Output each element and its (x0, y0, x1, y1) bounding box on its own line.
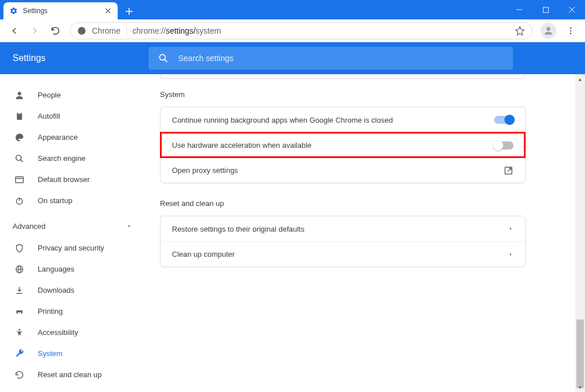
row-label: Open proxy settings (172, 166, 238, 175)
svg-rect-29 (18, 312, 21, 315)
omnibox-prefix: Chrome (92, 26, 121, 35)
sidebar-item-label: Languages (38, 265, 74, 273)
svg-point-12 (570, 33, 572, 34)
overflow-menu-button[interactable] (561, 21, 580, 41)
svg-rect-28 (18, 308, 21, 310)
bookmark-icon[interactable] (515, 26, 525, 36)
window-controls (506, 0, 585, 19)
sidebar-item-label: Search engine (38, 154, 86, 163)
new-tab-button[interactable] (121, 3, 137, 19)
svg-point-13 (159, 54, 165, 60)
clipboard-icon (14, 111, 25, 122)
browser-toolbar: Chrome chrome://settings/system (0, 19, 585, 42)
gear-icon (9, 6, 18, 15)
toggle-hardware-acceleration[interactable] (494, 142, 514, 149)
site-info-icon[interactable] (77, 26, 86, 35)
sidebar-item-label: Appearance (38, 133, 78, 142)
forward-button[interactable] (25, 21, 45, 41)
shield-icon (14, 243, 25, 254)
reload-button[interactable] (46, 21, 65, 41)
sidebar-item-label: People (38, 91, 61, 99)
svg-point-30 (19, 329, 21, 330)
sidebar-item-privacy[interactable]: Privacy and security (0, 237, 149, 258)
settings-header: Settings (0, 42, 585, 74)
sidebar-item-label: Reset and clean up (38, 370, 102, 379)
window-titlebar: Settings (0, 0, 585, 19)
sidebar-item-label: Default browser (38, 175, 90, 184)
svg-line-14 (165, 59, 167, 62)
advanced-label: Advanced (13, 222, 46, 231)
back-button[interactable] (5, 21, 24, 41)
palette-icon (14, 132, 25, 143)
row-clean-up[interactable]: Clean up computer (161, 241, 525, 266)
svg-line-19 (21, 159, 23, 161)
window-close-button[interactable] (559, 0, 585, 19)
svg-point-10 (570, 27, 572, 29)
page-title: Settings (0, 53, 149, 63)
sidebar-item-accessibility[interactable]: Accessibility (0, 322, 149, 343)
browser-tab[interactable]: Settings (3, 2, 118, 19)
sidebar-item-reset[interactable]: Reset and clean up (0, 364, 149, 385)
search-icon (158, 52, 169, 64)
svg-rect-20 (15, 176, 23, 183)
sidebar-item-system[interactable]: System (0, 343, 149, 364)
sidebar-item-label: Downloads (38, 286, 74, 294)
search-icon (14, 153, 25, 164)
accessibility-icon (14, 327, 25, 338)
globe-icon (14, 264, 25, 275)
search-settings-box[interactable] (149, 47, 513, 70)
row-proxy-settings[interactable]: Open proxy settings (161, 157, 525, 183)
svg-rect-16 (17, 113, 22, 120)
row-restore-defaults[interactable]: Restore settings to their original defau… (161, 216, 525, 241)
browser-icon (14, 174, 25, 185)
launch-icon (503, 165, 514, 176)
sidebar: People Autofill Appearance Search engine… (0, 74, 149, 392)
restore-icon (14, 369, 25, 381)
divider (126, 26, 127, 36)
close-icon[interactable] (104, 7, 112, 15)
sidebar-item-downloads[interactable]: Downloads (0, 280, 149, 301)
chevron-right-icon (508, 225, 514, 233)
svg-rect-5 (543, 7, 548, 13)
toggle-background-apps[interactable] (494, 116, 514, 124)
person-icon (14, 90, 25, 101)
sidebar-item-label: Accessibility (38, 328, 78, 337)
row-label: Restore settings to their original defau… (172, 225, 304, 233)
power-icon (14, 195, 25, 207)
sidebar-item-label: Privacy and security (38, 244, 104, 252)
sidebar-item-languages[interactable]: Languages (0, 258, 149, 280)
row-label: Clean up computer (172, 250, 235, 258)
url-text: chrome://settings/system (133, 26, 509, 35)
svg-point-9 (547, 27, 551, 31)
sidebar-item-autofill[interactable]: Autofill (0, 106, 149, 127)
row-label: Use hardware acceleration when available (172, 141, 311, 149)
advanced-toggle[interactable]: Advanced (0, 215, 149, 237)
sidebar-item-on-startup[interactable]: On startup (0, 190, 149, 211)
search-settings-input[interactable] (178, 54, 504, 63)
address-bar[interactable]: Chrome chrome://settings/system (70, 22, 532, 39)
profile-avatar[interactable] (540, 23, 556, 39)
scroll-up-arrow[interactable]: ▴ (575, 74, 585, 84)
minimize-button[interactable] (506, 0, 532, 19)
sidebar-item-printing[interactable]: Printing (0, 301, 149, 322)
sidebar-item-search-engine[interactable]: Search engine (0, 148, 149, 169)
row-background-apps[interactable]: Continue running background apps when Go… (161, 107, 525, 132)
printer-icon (14, 306, 25, 317)
row-hardware-acceleration[interactable]: Use hardware acceleration when available (161, 132, 525, 157)
tab-title: Settings (23, 7, 99, 15)
sidebar-item-default-browser[interactable]: Default browser (0, 169, 149, 190)
maximize-button[interactable] (532, 0, 559, 19)
row-label: Continue running background apps when Go… (172, 116, 393, 124)
svg-point-15 (18, 92, 21, 95)
svg-point-11 (570, 30, 572, 31)
system-card: Continue running background apps when Go… (160, 107, 526, 183)
vertical-scrollbar[interactable]: ▴ ▾ (575, 74, 585, 392)
sidebar-item-people[interactable]: People (0, 84, 149, 106)
scroll-down-arrow[interactable]: ▾ (575, 382, 585, 392)
sidebar-item-label: System (38, 349, 62, 358)
svg-rect-17 (18, 112, 21, 114)
sidebar-item-appearance[interactable]: Appearance (0, 127, 149, 148)
scrollbar-thumb[interactable] (576, 320, 584, 388)
section-heading-system: System (160, 90, 526, 99)
svg-point-18 (16, 155, 21, 160)
